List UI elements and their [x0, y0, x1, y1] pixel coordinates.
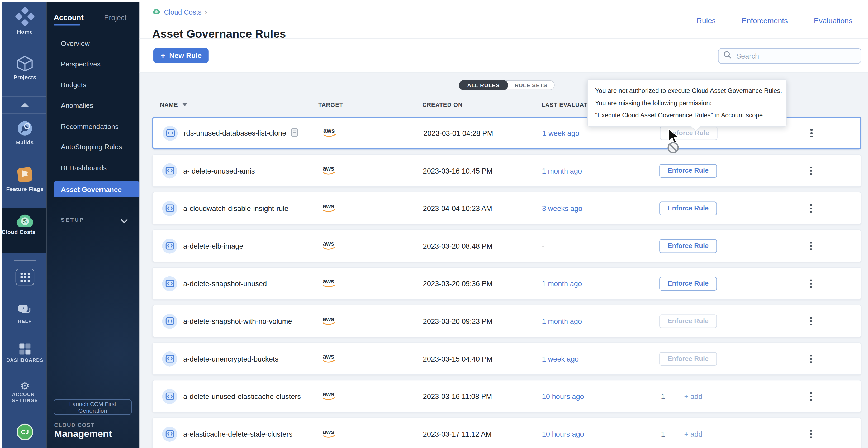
main-content: Cloud Costs › Asset Governance Rules Rul…: [140, 0, 868, 448]
brand-cloud-cost: CLOUD COST: [54, 422, 95, 428]
rail-label-account-settings: ACCOUNT SETTINGS: [2, 391, 48, 404]
rail-item-account-settings[interactable]: ⚙ ACCOUNT SETTINGS: [2, 380, 48, 404]
row-menu-button[interactable]: [808, 427, 814, 440]
aws-target-icon: aws: [322, 239, 337, 252]
column-header-created-on: CREATED ON: [422, 101, 462, 108]
rule-icon: [162, 351, 177, 366]
row-menu-button[interactable]: [808, 202, 814, 215]
column-header-name[interactable]: NAME: [160, 101, 187, 108]
sidenav-item-bi-dashboards[interactable]: BI Dashboards: [61, 164, 106, 172]
rule-name[interactable]: a-delete-unused-elasticache-clusters: [183, 392, 301, 400]
sidenav-item-recommendations[interactable]: Recommendations: [61, 123, 119, 131]
svg-text:aws: aws: [323, 315, 334, 322]
cloud-costs-sidenav: Account Project Overview Perspectives Bu…: [46, 0, 140, 448]
table-row[interactable]: a-delete-elb-image aws 2023-03-20 08:48 …: [152, 230, 861, 262]
last-evaluation-link[interactable]: 3 weeks ago: [542, 204, 583, 212]
link-evaluations[interactable]: Evaluations: [814, 16, 852, 25]
row-menu-button[interactable]: [808, 352, 814, 365]
toggle-rule-sets[interactable]: RULE SETS: [507, 81, 555, 90]
table-row[interactable]: a-delete-unused-elasticache-clusters aws…: [152, 380, 861, 413]
rule-name[interactable]: a-delete-snapshot-with-no-volume: [183, 317, 292, 325]
chevron-up-icon: [21, 103, 30, 107]
last-evaluation-link[interactable]: 1 month ago: [542, 279, 582, 287]
rail-label-help: HELP: [2, 318, 48, 324]
link-rules[interactable]: Rules: [697, 16, 716, 25]
enforce-rule-button-disabled[interactable]: Enforce Rule: [659, 314, 717, 328]
copy-icon[interactable]: [290, 127, 298, 138]
setup-section-label[interactable]: SETUP: [61, 217, 85, 223]
table-row[interactable]: a-elasticache-delete-stale-clusters aws …: [152, 418, 861, 448]
row-menu-button[interactable]: [808, 390, 814, 403]
rule-name[interactable]: a- delete-unused-amis: [183, 166, 255, 175]
table-row[interactable]: a- delete-unused-amis aws 2023-03-16 10:…: [152, 154, 861, 187]
enforce-rule-button[interactable]: Enforce Rule: [659, 277, 717, 290]
enforce-rule-button-disabled[interactable]: Enforce Rule: [659, 352, 717, 366]
launch-ccm-first-gen-button[interactable]: Launch CCM First Generation: [54, 399, 132, 415]
sidenav-item-asset-governance[interactable]: Asset Governance: [54, 181, 140, 198]
last-evaluation-link[interactable]: 1 week ago: [542, 129, 579, 137]
rail-label-builds: Builds: [2, 139, 48, 145]
table-row[interactable]: a-delete-snapshot-with-no-volume aws 202…: [152, 305, 861, 338]
add-enforcement-link[interactable]: + add: [684, 392, 703, 400]
rule-icon: [162, 276, 177, 291]
rail-item-projects[interactable]: Projects: [2, 56, 48, 80]
rule-name[interactable]: a-delete-elb-image: [183, 242, 243, 250]
row-menu-button[interactable]: [808, 127, 814, 139]
last-evaluation-link[interactable]: 10 hours ago: [542, 392, 584, 400]
row-menu-button[interactable]: [808, 277, 814, 290]
sidenav-item-budgets[interactable]: Budgets: [61, 81, 86, 89]
last-evaluation-link[interactable]: 1 month ago: [542, 166, 582, 175]
rule-name[interactable]: a-delete-snapshot-unused: [183, 279, 267, 287]
sidenav-item-autostopping-rules[interactable]: AutoStopping Rules: [61, 143, 122, 151]
rule-name[interactable]: a-delete-unencrypted-buckets: [183, 355, 278, 363]
breadcrumb-cloud-costs[interactable]: Cloud Costs: [164, 8, 202, 16]
rule-icon: [162, 238, 177, 253]
search-input[interactable]: [735, 51, 846, 61]
search-box[interactable]: [718, 48, 861, 64]
last-evaluation-link[interactable]: 1 week ago: [542, 355, 579, 363]
brand-management: Management: [54, 429, 112, 440]
rail-item-builds[interactable]: Builds: [2, 119, 48, 145]
sort-descending-icon: [182, 103, 187, 106]
table-row[interactable]: a-delete-unencrypted-buckets aws 2023-03…: [152, 342, 861, 375]
row-menu-button[interactable]: [808, 239, 814, 252]
rail-item-dashboards[interactable]: DASHBOARDS: [2, 343, 48, 364]
created-on: 2023-03-16 10:45 PM: [423, 166, 493, 175]
toggle-all-rules[interactable]: ALL RULES: [459, 80, 508, 90]
rail-item-feature-flags[interactable]: Feature Flags: [2, 166, 48, 192]
sidenav-item-overview[interactable]: Overview: [61, 40, 90, 47]
rail-collapse[interactable]: [2, 96, 48, 114]
tooltip-line-2: You are missing the following permission…: [595, 97, 779, 109]
rule-icon: [162, 163, 177, 178]
tab-project[interactable]: Project: [104, 13, 126, 21]
enforce-rule-button[interactable]: Enforce Rule: [659, 239, 717, 252]
enforce-rule-button[interactable]: Enforce Rule: [659, 202, 717, 215]
rule-icon: [162, 426, 177, 441]
sidenav-item-anomalies[interactable]: Anomalies: [61, 102, 93, 109]
last-evaluation-link[interactable]: 10 hours ago: [542, 430, 584, 438]
table-row[interactable]: a-cloudwatch-disable-insight-rule aws 20…: [152, 192, 861, 225]
table-row[interactable]: a-delete-snapshot-unused aws 2023-03-20 …: [152, 267, 861, 300]
enforce-rule-button[interactable]: Enforce Rule: [659, 164, 717, 177]
row-menu-button[interactable]: [808, 315, 814, 328]
rail-divider: [14, 260, 36, 261]
column-header-target: TARGET: [318, 101, 343, 108]
rule-name[interactable]: a-elasticache-delete-stale-clusters: [183, 430, 292, 438]
tab-account[interactable]: Account: [54, 13, 83, 21]
add-enforcement-link[interactable]: + add: [684, 430, 703, 438]
rail-item-home[interactable]: Home: [2, 7, 48, 35]
rail-item-cloud-costs-active[interactable]: $ Cloud Costs: [2, 208, 48, 253]
new-rule-button[interactable]: + New Rule: [153, 48, 209, 63]
row-menu-button[interactable]: [808, 164, 814, 177]
user-avatar[interactable]: CJ: [17, 424, 33, 440]
rule-name[interactable]: a-cloudwatch-disable-insight-rule: [183, 204, 288, 212]
link-enforcements[interactable]: Enforcements: [742, 16, 788, 25]
rule-name[interactable]: rds-unused-databases-list-clone: [184, 129, 286, 137]
last-evaluation-link[interactable]: 1 month ago: [542, 317, 582, 325]
cloud-costs-breadcrumb-icon: [152, 8, 160, 16]
module-picker-button[interactable]: [16, 269, 34, 285]
chevron-down-icon[interactable]: [121, 216, 128, 223]
sidenav-item-perspectives[interactable]: Perspectives: [61, 60, 100, 68]
rail-item-help[interactable]: ? HELP: [2, 304, 48, 325]
page-header: Cloud Costs › Asset Governance Rules Rul…: [140, 0, 868, 39]
